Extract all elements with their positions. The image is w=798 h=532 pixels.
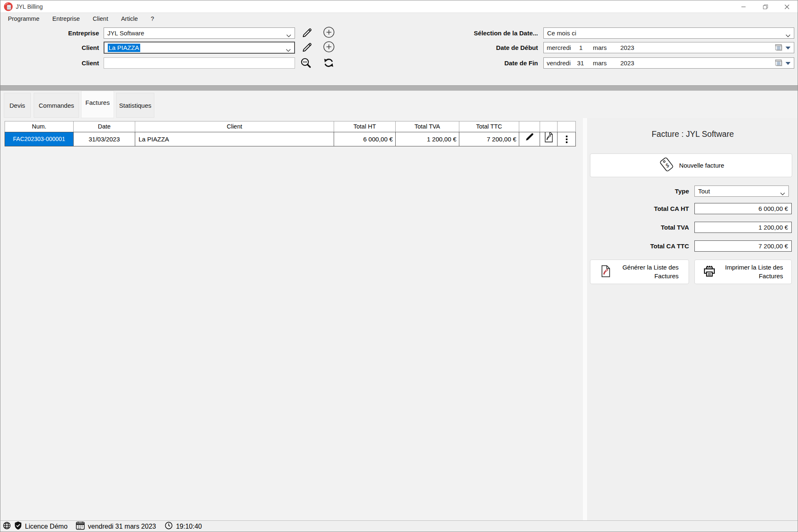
total-ca-ht-value: 6 000,00 € [694,203,792,214]
dropdown-arrow-icon[interactable] [786,62,791,65]
edit-client-button[interactable] [300,40,314,54]
invoices-table: Num. Date Client Total HT Total TVA Tota… [5,121,576,146]
panel-divider [583,118,587,520]
tab-devis[interactable]: Devis [4,93,31,118]
date-start-day[interactable]: 1 [579,42,582,53]
date-start-weekday[interactable]: mercredi [547,42,571,53]
status-time: 19:10:40 [176,523,202,530]
window-title: JYL Billing [16,0,43,13]
tab-commandes[interactable]: Commandes [34,93,79,118]
licence-text: Licence Démo [25,523,67,530]
menu-programme[interactable]: Programme [8,15,40,22]
tab-factures[interactable]: Factures [81,91,114,118]
date-start-label: Date de Début [416,42,538,53]
edit-invoice-button[interactable] [519,132,540,146]
generate-list-label: Générer la Liste des Factures [615,263,679,280]
app-logo-icon [4,2,13,11]
menu-entreprise[interactable]: Entreprise [52,15,80,22]
new-invoice-button[interactable]: $ Nouvelle facture [590,153,792,177]
column-num[interactable]: Num. [5,121,74,132]
client-search-label: Client [16,57,99,69]
date-start-year[interactable]: 2023 [620,42,634,53]
column-pdf [540,121,558,132]
column-date[interactable]: Date [74,121,135,132]
client-value: La PIAZZA [108,42,140,53]
column-client[interactable]: Client [135,121,334,132]
refresh-icon[interactable] [322,56,336,70]
client-search-input[interactable] [104,57,295,69]
entreprise-value: JYL Software [107,28,144,38]
date-start-picker[interactable]: mercredi 1 mars 2023 [543,42,794,53]
date-end-weekday[interactable]: vendredi [547,58,571,68]
menu-help[interactable]: ? [151,15,154,22]
total-ca-ttc-value: 7 200,00 € [694,240,792,252]
total-ca-ht-label: Total CA HT [587,203,689,214]
edit-entreprise-button[interactable] [300,26,314,40]
pdf-icon [600,265,611,279]
invoice-total-ttc-cell[interactable]: 7 200,00 € [459,132,519,146]
close-icon[interactable] [776,0,798,13]
date-selection-combobox[interactable]: Ce mois ci [543,27,794,39]
entreprise-label: Entreprise [16,27,99,39]
date-selection-value: Ce mois ci [547,28,576,38]
window-controls [733,0,798,13]
calendar-icon [76,521,85,532]
clock-icon [164,521,173,532]
dropdown-arrow-icon[interactable] [786,47,791,49]
print-list-label: Imprimer la Liste des Factures [720,263,783,280]
tag-icon: $ [658,157,675,174]
column-total-ht[interactable]: Total HT [334,121,396,132]
invoice-number-cell[interactable]: FAC202303-000001 [5,132,74,146]
column-menu [558,121,575,132]
status-bar: Licence Démo vendredi 31 mars 2023 19:10… [0,520,798,532]
type-value: Tout [698,186,710,196]
date-selection-label: Sélection de la Date... [416,27,538,39]
shield-icon [14,521,22,532]
client-label: Client [16,42,99,53]
date-start-month[interactable]: mars [593,42,607,53]
printer-icon [703,265,716,278]
date-end-day[interactable]: 31 [577,58,584,68]
generate-invoice-list-button[interactable]: Générer la Liste des Factures [590,260,689,284]
globe-icon [2,521,11,532]
date-end-picker[interactable]: vendredi 31 mars 2023 [543,57,794,69]
selected-text: La PIAZZA [108,44,140,52]
datepicker-calendar-icon[interactable] [775,44,783,52]
app-window: JYL Billing Programme Entreprise Client … [0,0,798,532]
tab-statistiques[interactable]: Statistiques [116,93,154,118]
menu-article[interactable]: Article [121,15,138,22]
table-row[interactable]: FAC202303-000001 31/03/2023 La PIAZZA 6 … [5,132,576,146]
add-client-button[interactable] [322,40,336,54]
datepicker-calendar-icon[interactable] [775,59,783,68]
search-icon[interactable] [299,56,313,70]
add-entreprise-button[interactable] [322,25,336,39]
invoice-client-cell[interactable]: La PIAZZA [135,132,334,146]
entreprise-combobox[interactable]: JYL Software [104,27,295,39]
status-date: vendredi 31 mars 2023 [88,523,156,530]
chevron-down-icon [786,32,791,39]
minimize-icon[interactable] [733,0,754,13]
date-end-month[interactable]: mars [593,58,607,68]
menu-bar: Programme Entreprise Client Article ? [0,13,798,24]
maximize-icon[interactable] [754,0,776,13]
invoice-pdf-button[interactable] [540,132,558,146]
type-select[interactable]: Tout [694,186,789,197]
invoice-total-ht-cell[interactable]: 6 000,00 € [334,132,396,146]
menu-client[interactable]: Client [93,15,108,22]
date-end-year[interactable]: 2023 [620,58,634,68]
client-combobox[interactable]: La PIAZZA [104,42,295,54]
column-total-ttc[interactable]: Total TTC [459,121,519,132]
chevron-down-icon [286,32,291,39]
invoice-date-cell[interactable]: 31/03/2023 [74,132,135,146]
title-bar: JYL Billing [0,0,798,13]
row-menu-button[interactable] [558,132,575,146]
type-label: Type [587,186,689,197]
pdf-icon [544,132,554,146]
print-invoice-list-button[interactable]: Imprimer la Liste des Factures [694,260,792,284]
total-ca-ttc-label: Total CA TTC [587,240,689,252]
column-total-tva[interactable]: Total TVA [396,121,459,132]
total-tva-label: Total TVA [587,222,689,233]
panel-title: Facture : JYL Software [587,129,798,139]
pencil-icon [524,132,535,146]
invoice-total-tva-cell[interactable]: 1 200,00 € [396,132,459,146]
